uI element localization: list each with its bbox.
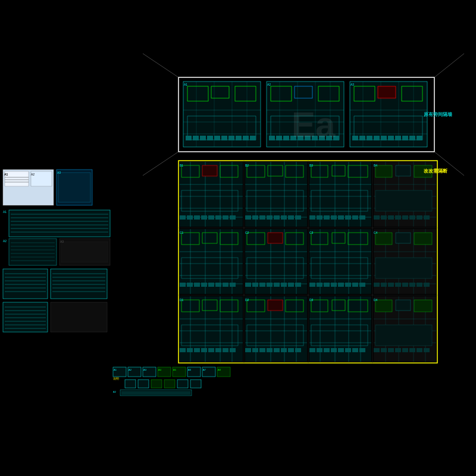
svg-rect-290 <box>252 348 258 352</box>
svg-rect-328 <box>396 300 411 311</box>
svg-rect-253 <box>416 283 422 287</box>
svg-rect-333 <box>388 348 394 352</box>
svg-rect-316 <box>352 348 358 352</box>
svg-text:B4: B4 <box>374 164 377 167</box>
svg-rect-277 <box>245 296 307 362</box>
svg-rect-164 <box>409 215 415 220</box>
svg-text:A2: A2 <box>129 368 132 371</box>
svg-rect-102 <box>245 162 307 227</box>
svg-rect-142 <box>345 215 351 220</box>
svg-rect-18 <box>193 136 199 140</box>
svg-rect-119 <box>274 215 280 220</box>
svg-text:A3: A3 <box>143 368 147 371</box>
svg-rect-44 <box>298 136 303 140</box>
svg-rect-252 <box>409 283 415 287</box>
svg-rect-68 <box>388 136 394 140</box>
svg-rect-140 <box>331 215 337 220</box>
svg-rect-120 <box>281 215 287 220</box>
svg-rect-116 <box>252 215 258 220</box>
svg-rect-66 <box>374 136 380 140</box>
svg-rect-139 <box>324 215 330 220</box>
svg-rect-315 <box>345 348 351 352</box>
svg-rect-14 <box>211 86 229 98</box>
svg-rect-272 <box>208 348 214 352</box>
svg-rect-338 <box>424 348 430 352</box>
svg-rect-331 <box>374 348 380 352</box>
svg-rect-156 <box>396 165 411 176</box>
svg-rect-144 <box>359 215 365 220</box>
svg-rect-61 <box>402 86 422 101</box>
svg-rect-48 <box>326 136 332 140</box>
svg-rect-16 <box>187 116 256 140</box>
svg-rect-133 <box>311 165 328 177</box>
svg-rect-370 <box>3 269 48 299</box>
svg-rect-92 <box>181 190 238 211</box>
svg-rect-243 <box>375 233 392 245</box>
svg-rect-314 <box>338 348 344 352</box>
svg-rect-25 <box>243 136 249 140</box>
svg-rect-273 <box>215 348 221 352</box>
svg-text:改改需隔断: 改改需隔断 <box>424 168 448 174</box>
svg-rect-208 <box>281 283 287 287</box>
svg-rect-245 <box>414 233 432 245</box>
svg-rect-42 <box>283 136 289 140</box>
svg-text:A6: A6 <box>188 368 192 371</box>
svg-rect-70 <box>402 136 408 140</box>
svg-rect-327 <box>375 300 392 312</box>
svg-text:B1: B1 <box>180 164 183 167</box>
svg-rect-377 <box>51 269 107 299</box>
svg-rect-19 <box>200 136 206 140</box>
svg-rect-94 <box>187 215 193 220</box>
svg-rect-313 <box>331 348 337 352</box>
svg-rect-72 <box>416 136 422 140</box>
svg-rect-332 <box>381 348 387 352</box>
svg-rect-0 <box>178 77 434 152</box>
svg-rect-24 <box>236 136 242 140</box>
svg-rect-64 <box>359 136 365 140</box>
svg-rect-117 <box>259 215 265 220</box>
svg-rect-266 <box>220 300 238 312</box>
svg-rect-306 <box>311 300 328 312</box>
svg-rect-264 <box>181 300 199 312</box>
svg-rect-69 <box>395 136 401 140</box>
svg-rect-186 <box>215 283 221 287</box>
svg-rect-294 <box>281 348 287 352</box>
svg-rect-270 <box>194 348 200 352</box>
svg-rect-138 <box>317 215 322 220</box>
svg-text:A3: A3 <box>60 240 64 243</box>
svg-rect-335 <box>402 348 408 352</box>
svg-rect-181 <box>180 283 186 287</box>
svg-text:A3: A3 <box>57 171 61 174</box>
svg-rect-384 <box>3 302 48 332</box>
svg-text:D1: D1 <box>180 298 184 302</box>
svg-rect-397 <box>173 367 186 377</box>
svg-rect-341 <box>5 171 29 186</box>
svg-rect-251 <box>402 283 408 287</box>
svg-text:B2: B2 <box>245 164 249 167</box>
svg-rect-256 <box>180 296 243 362</box>
svg-rect-15 <box>235 86 256 101</box>
svg-rect-183 <box>194 283 200 287</box>
svg-text:A4: A4 <box>158 368 162 371</box>
svg-rect-179 <box>220 233 238 245</box>
svg-rect-298 <box>309 296 371 362</box>
svg-rect-295 <box>288 348 294 352</box>
svg-rect-67 <box>381 136 387 140</box>
svg-rect-185 <box>208 283 214 287</box>
svg-rect-307 <box>332 300 345 311</box>
svg-rect-203 <box>245 283 251 287</box>
svg-rect-221 <box>311 233 328 245</box>
svg-rect-417 <box>120 390 192 396</box>
svg-rect-392 <box>51 302 107 332</box>
svg-rect-271 <box>201 348 207 352</box>
svg-text:A8: A8 <box>218 368 221 371</box>
svg-rect-161 <box>388 215 394 220</box>
svg-rect-121 <box>288 215 294 220</box>
svg-rect-5 <box>183 82 261 147</box>
svg-rect-212 <box>309 229 371 294</box>
svg-rect-410 <box>125 380 136 388</box>
svg-rect-202 <box>247 258 303 278</box>
svg-rect-413 <box>164 380 175 388</box>
svg-rect-247 <box>374 283 380 287</box>
svg-rect-122 <box>295 215 301 220</box>
